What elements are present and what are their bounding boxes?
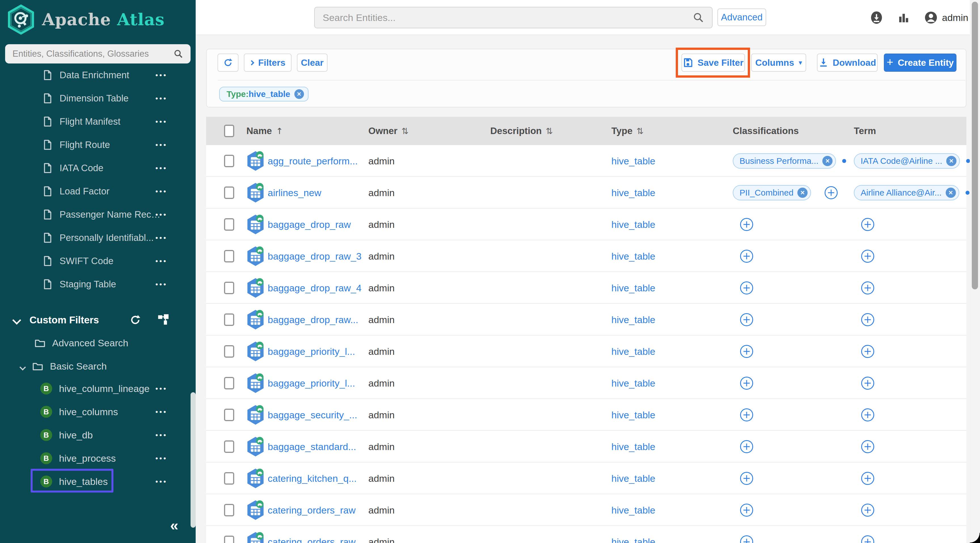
add-classification-icon[interactable] [740,408,753,421]
refresh-filters-icon[interactable] [129,314,141,326]
sidebar-collapse-button[interactable]: « [170,517,178,534]
sidebar-item-advanced-search[interactable]: Advanced Search [0,331,196,354]
classification-tag[interactable]: PII_Combined ✕ [733,185,811,200]
column-header-name[interactable]: Name↑ [247,117,283,145]
column-header-owner[interactable]: Owner⇅ [368,117,409,145]
download-button[interactable]: Download [817,54,878,72]
sidebar-item-glossary-term[interactable]: Passenger Name Record [0,203,196,226]
row-checkbox[interactable] [224,313,234,326]
add-classification-icon[interactable] [740,503,753,517]
entity-name-link[interactable]: airlines_new [268,177,366,209]
row-checkbox[interactable] [224,218,234,231]
page-scrollbar-track[interactable] [970,0,980,543]
sidebar-item-glossary-term[interactable]: SWIFT Code [0,249,196,273]
entity-name-link[interactable]: catering_orders_raw... [268,526,366,543]
refresh-results-button[interactable] [218,54,239,72]
add-classification-icon[interactable] [740,345,753,358]
entity-type-link[interactable]: hive_table [611,177,655,209]
entity-name-link[interactable]: baggage_priority_l... [268,335,366,367]
row-checkbox[interactable] [224,377,234,389]
sidebar-item-glossary-term[interactable]: Dimension Table [0,87,196,110]
add-classification-icon[interactable] [740,535,753,543]
row-checkbox[interactable] [224,186,234,199]
sort-asc-icon[interactable]: ↑ [276,126,283,136]
add-term-icon[interactable] [861,345,874,358]
row-checkbox[interactable] [224,536,234,543]
term-tag[interactable]: Airline Alliance@Air... ✕ [854,185,959,200]
item-menu-icon[interactable] [155,210,167,219]
entity-type-link[interactable]: hive_table [611,145,655,177]
sidebar-item-glossary-term[interactable]: Flight Route [0,133,196,156]
entity-name-link[interactable]: baggage_drop_raw_4 [268,272,366,304]
page-scrollbar-thumb[interactable] [972,2,978,289]
entity-type-link[interactable]: hive_table [611,462,655,494]
sidebar-search-input[interactable]: Entities, Classifications, Glossaries [5,44,191,64]
row-checkbox[interactable] [224,440,234,453]
entity-type-link[interactable]: hive_table [611,399,655,431]
item-menu-icon[interactable] [155,454,167,463]
sidebar-item-basic-search[interactable]: Basic Search [0,354,196,378]
sidebar-item-glossary-term[interactable]: Staging Table [0,273,196,296]
entity-name-link[interactable]: baggage_drop_raw_3 [268,240,366,272]
row-checkbox[interactable] [224,345,234,358]
row-checkbox[interactable] [224,504,234,516]
sort-icon[interactable]: ⇅ [636,126,644,136]
add-classification-icon[interactable] [740,472,753,485]
entity-type-link[interactable]: hive_table [611,304,655,335]
clear-filters-button[interactable]: Clear [297,54,328,72]
app-logo[interactable]: Apache Atlas [7,5,165,35]
sidebar-item-saved-filter[interactable]: B hive_db [0,423,196,447]
entity-type-link[interactable]: hive_table [611,335,655,367]
sort-icon[interactable]: ⇅ [546,126,553,136]
add-term-icon[interactable] [861,250,874,263]
add-term-icon[interactable] [861,408,874,421]
statistics-icon[interactable] [898,12,909,23]
item-menu-icon[interactable] [155,431,167,440]
entity-type-link[interactable]: hive_table [611,209,655,240]
remove-term-icon[interactable]: ✕ [946,156,956,166]
entity-name-link[interactable]: baggage_security_... [268,399,366,431]
entity-name-link[interactable]: baggage_standard... [268,431,366,462]
sidebar-item-glossary-term[interactable]: Flight Manifest [0,110,196,133]
row-checkbox[interactable] [224,409,234,421]
chevron-down-icon[interactable] [21,361,25,372]
add-term-icon[interactable] [861,313,874,326]
item-menu-icon[interactable] [155,94,167,103]
add-classification-icon[interactable] [740,440,753,453]
sidebar-item-saved-filter[interactable]: B hive_column_lineage [0,377,196,400]
entity-name-link[interactable]: baggage_priority_l... [268,367,366,399]
item-menu-icon[interactable] [155,164,167,173]
entity-type-link[interactable]: hive_table [611,272,655,304]
remove-term-icon[interactable]: ✕ [946,187,956,198]
row-checkbox[interactable] [224,155,234,167]
entity-type-link[interactable]: hive_table [611,494,655,526]
entity-name-link[interactable]: baggage_drop_raw [268,209,366,240]
term-tag[interactable]: IATA Code@Airline ... ✕ [854,153,960,168]
row-checkbox[interactable] [224,472,234,484]
tree-view-icon[interactable] [157,314,170,326]
add-term-icon[interactable] [861,218,874,231]
entity-name-link[interactable]: baggage_drop_raw... [268,304,366,335]
remove-classification-icon[interactable]: ✕ [822,156,832,166]
entity-type-link[interactable]: hive_table [611,431,655,462]
filters-button[interactable]: Filters [244,54,291,72]
add-term-icon[interactable] [861,535,874,543]
select-all-checkbox[interactable] [224,125,234,137]
active-filter-tag[interactable]: Type:hive_table ✕ [219,87,309,102]
item-menu-icon[interactable] [155,280,167,289]
item-menu-icon[interactable] [155,141,167,149]
sidebar-item-saved-filter[interactable]: B hive_columns [0,400,196,423]
entity-name-link[interactable]: catering_orders_raw [268,494,366,526]
item-menu-icon[interactable] [155,384,167,393]
entity-name-link[interactable]: agg_route_perform... [268,145,366,177]
row-checkbox[interactable] [224,282,234,294]
sidebar-scrollbar[interactable] [191,392,196,528]
item-menu-icon[interactable] [155,233,167,242]
add-classification-icon[interactable] [825,186,838,199]
custom-filters-header[interactable]: Custom Filters [0,308,196,332]
sidebar-item-saved-filter[interactable]: B hive_process [0,447,196,470]
column-header-description[interactable]: Description⇅ [490,117,553,145]
item-menu-icon[interactable] [155,117,167,126]
advanced-search-button[interactable]: Advanced [718,8,766,26]
user-menu[interactable]: admin [924,11,968,24]
